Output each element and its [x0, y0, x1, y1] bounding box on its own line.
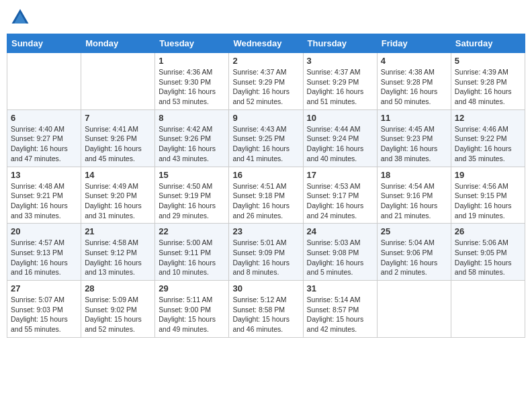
day-info: Sunrise: 5:04 AM Sunset: 9:06 PM Dayligh… [381, 238, 447, 277]
day-number: 10 [307, 113, 373, 123]
calendar-cell: 31Sunrise: 5:14 AM Sunset: 8:57 PM Dayli… [303, 281, 377, 338]
day-info: Sunrise: 4:44 AM Sunset: 9:24 PM Dayligh… [307, 124, 373, 164]
day-number: 31 [307, 283, 373, 293]
day-number: 23 [232, 226, 299, 236]
calendar-cell: 16Sunrise: 4:51 AM Sunset: 9:18 PM Dayli… [229, 167, 303, 224]
day-number: 8 [159, 113, 225, 123]
calendar-cell: 19Sunrise: 4:56 AM Sunset: 9:15 PM Dayli… [451, 167, 525, 224]
day-number: 16 [232, 170, 299, 180]
day-number: 14 [85, 170, 151, 180]
day-info: Sunrise: 4:42 AM Sunset: 9:26 PM Dayligh… [159, 124, 225, 164]
day-info: Sunrise: 4:37 AM Sunset: 9:29 PM Dayligh… [307, 67, 373, 107]
calendar-cell: 28Sunrise: 5:09 AM Sunset: 9:02 PM Dayli… [81, 281, 155, 338]
day-info: Sunrise: 5:11 AM Sunset: 9:00 PM Dayligh… [159, 295, 225, 334]
day-info: Sunrise: 5:00 AM Sunset: 9:11 PM Dayligh… [159, 238, 225, 277]
day-number: 11 [381, 113, 447, 123]
day-number: 22 [159, 226, 225, 236]
calendar-cell: 24Sunrise: 5:03 AM Sunset: 9:08 PM Dayli… [303, 224, 377, 281]
day-number: 21 [85, 226, 151, 236]
day-info: Sunrise: 4:54 AM Sunset: 9:16 PM Dayligh… [381, 181, 447, 221]
calendar-cell: 15Sunrise: 4:50 AM Sunset: 9:19 PM Dayli… [155, 167, 229, 224]
day-number: 3 [307, 56, 373, 66]
calendar-cell: 29Sunrise: 5:11 AM Sunset: 9:00 PM Dayli… [155, 281, 229, 338]
day-info: Sunrise: 4:46 AM Sunset: 9:22 PM Dayligh… [455, 124, 521, 164]
day-info: Sunrise: 4:53 AM Sunset: 9:17 PM Dayligh… [307, 181, 373, 221]
calendar-cell: 10Sunrise: 4:44 AM Sunset: 9:24 PM Dayli… [303, 109, 377, 167]
calendar: SundayMondayTuesdayWednesdayThursdayFrid… [7, 34, 525, 338]
day-number: 17 [307, 170, 373, 180]
calendar-week-row: 20Sunrise: 4:57 AM Sunset: 9:13 PM Dayli… [7, 224, 525, 281]
logo-icon [9, 7, 31, 28]
day-of-week-header: Friday [377, 34, 451, 53]
calendar-header-row: SundayMondayTuesdayWednesdayThursdayFrid… [7, 34, 525, 53]
calendar-cell: 2Sunrise: 4:37 AM Sunset: 9:29 PM Daylig… [229, 53, 303, 110]
day-info: Sunrise: 5:14 AM Sunset: 8:57 PM Dayligh… [307, 295, 373, 334]
day-number: 2 [232, 56, 299, 66]
day-of-week-header: Thursday [303, 34, 377, 53]
calendar-cell: 12Sunrise: 4:46 AM Sunset: 9:22 PM Dayli… [451, 109, 525, 167]
day-number: 5 [455, 56, 521, 66]
calendar-cell: 17Sunrise: 4:53 AM Sunset: 9:17 PM Dayli… [303, 167, 377, 224]
calendar-week-row: 6Sunrise: 4:40 AM Sunset: 9:27 PM Daylig… [7, 109, 525, 167]
day-info: Sunrise: 4:51 AM Sunset: 9:18 PM Dayligh… [232, 181, 299, 221]
calendar-week-row: 1Sunrise: 4:36 AM Sunset: 9:30 PM Daylig… [7, 53, 525, 110]
calendar-cell: 30Sunrise: 5:12 AM Sunset: 8:58 PM Dayli… [229, 281, 303, 338]
day-info: Sunrise: 4:57 AM Sunset: 9:13 PM Dayligh… [11, 238, 77, 277]
calendar-cell: 8Sunrise: 4:42 AM Sunset: 9:26 PM Daylig… [155, 109, 229, 167]
calendar-cell: 18Sunrise: 4:54 AM Sunset: 9:16 PM Dayli… [377, 167, 451, 224]
day-number: 6 [11, 113, 77, 123]
day-number: 12 [455, 113, 521, 123]
day-number: 30 [232, 283, 299, 293]
calendar-cell: 27Sunrise: 5:07 AM Sunset: 9:03 PM Dayli… [7, 281, 81, 338]
day-info: Sunrise: 4:49 AM Sunset: 9:20 PM Dayligh… [85, 181, 151, 221]
calendar-cell: 4Sunrise: 4:38 AM Sunset: 9:28 PM Daylig… [377, 53, 451, 110]
day-info: Sunrise: 5:12 AM Sunset: 8:58 PM Dayligh… [232, 295, 299, 334]
calendar-cell: 21Sunrise: 4:58 AM Sunset: 9:12 PM Dayli… [81, 224, 155, 281]
day-of-week-header: Monday [81, 34, 155, 53]
calendar-cell: 6Sunrise: 4:40 AM Sunset: 9:27 PM Daylig… [7, 109, 81, 167]
day-info: Sunrise: 4:56 AM Sunset: 9:15 PM Dayligh… [455, 181, 521, 221]
day-number: 20 [11, 226, 77, 236]
day-info: Sunrise: 4:38 AM Sunset: 9:28 PM Dayligh… [381, 67, 447, 107]
calendar-cell: 22Sunrise: 5:00 AM Sunset: 9:11 PM Dayli… [155, 224, 229, 281]
day-of-week-header: Saturday [451, 34, 525, 53]
day-number: 9 [232, 113, 299, 123]
calendar-cell: 23Sunrise: 5:01 AM Sunset: 9:09 PM Dayli… [229, 224, 303, 281]
day-info: Sunrise: 4:45 AM Sunset: 9:23 PM Dayligh… [381, 124, 447, 164]
day-info: Sunrise: 4:39 AM Sunset: 9:28 PM Dayligh… [455, 67, 521, 107]
calendar-cell: 13Sunrise: 4:48 AM Sunset: 9:21 PM Dayli… [7, 167, 81, 224]
logo [9, 7, 34, 28]
calendar-cell [7, 53, 81, 110]
day-info: Sunrise: 4:40 AM Sunset: 9:27 PM Dayligh… [11, 124, 77, 164]
calendar-cell: 7Sunrise: 4:41 AM Sunset: 9:26 PM Daylig… [81, 109, 155, 167]
day-number: 7 [85, 113, 151, 123]
day-info: Sunrise: 4:43 AM Sunset: 9:25 PM Dayligh… [232, 124, 299, 164]
day-number: 18 [381, 170, 447, 180]
calendar-cell [451, 281, 525, 338]
calendar-cell [81, 53, 155, 110]
day-number: 1 [159, 56, 225, 66]
day-number: 28 [85, 283, 151, 293]
day-number: 27 [11, 283, 77, 293]
day-info: Sunrise: 5:01 AM Sunset: 9:09 PM Dayligh… [232, 238, 299, 277]
day-info: Sunrise: 4:48 AM Sunset: 9:21 PM Dayligh… [11, 181, 77, 221]
calendar-cell: 25Sunrise: 5:04 AM Sunset: 9:06 PM Dayli… [377, 224, 451, 281]
day-info: Sunrise: 5:09 AM Sunset: 9:02 PM Dayligh… [85, 295, 151, 334]
day-number: 15 [159, 170, 225, 180]
day-number: 19 [455, 170, 521, 180]
day-info: Sunrise: 4:41 AM Sunset: 9:26 PM Dayligh… [85, 124, 151, 164]
day-number: 29 [159, 283, 225, 293]
day-info: Sunrise: 4:36 AM Sunset: 9:30 PM Dayligh… [159, 67, 225, 107]
day-info: Sunrise: 5:07 AM Sunset: 9:03 PM Dayligh… [11, 295, 77, 334]
calendar-cell [377, 281, 451, 338]
day-of-week-header: Sunday [7, 34, 81, 53]
calendar-week-row: 13Sunrise: 4:48 AM Sunset: 9:21 PM Dayli… [7, 167, 525, 224]
header [7, 7, 525, 28]
day-info: Sunrise: 4:58 AM Sunset: 9:12 PM Dayligh… [85, 238, 151, 277]
calendar-cell: 14Sunrise: 4:49 AM Sunset: 9:20 PM Dayli… [81, 167, 155, 224]
calendar-cell: 20Sunrise: 4:57 AM Sunset: 9:13 PM Dayli… [7, 224, 81, 281]
day-info: Sunrise: 4:37 AM Sunset: 9:29 PM Dayligh… [232, 67, 299, 107]
calendar-cell: 1Sunrise: 4:36 AM Sunset: 9:30 PM Daylig… [155, 53, 229, 110]
calendar-cell: 3Sunrise: 4:37 AM Sunset: 9:29 PM Daylig… [303, 53, 377, 110]
day-number: 25 [381, 226, 447, 236]
